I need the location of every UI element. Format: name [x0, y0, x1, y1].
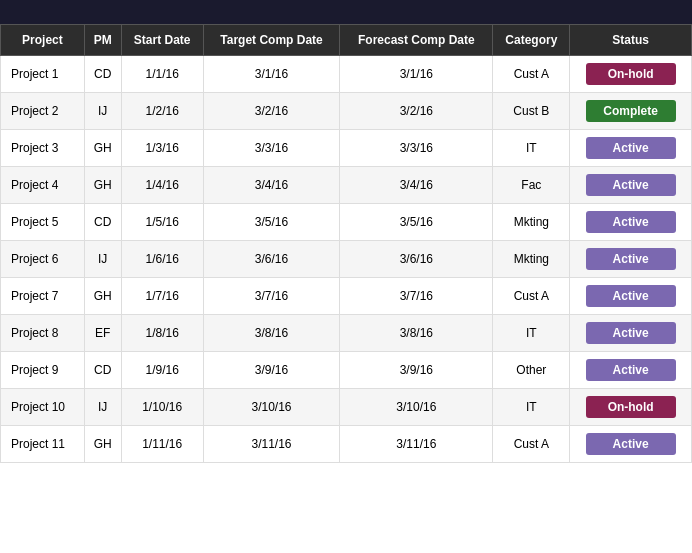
- status-badge: On-hold: [586, 63, 676, 85]
- status-badge: Active: [586, 211, 676, 233]
- cell-status: Active: [570, 130, 692, 167]
- table-row: Project 8EF1/8/163/8/163/8/16ITActive: [1, 315, 692, 352]
- column-header: Category: [493, 25, 570, 56]
- cell-project: Project 2: [1, 93, 85, 130]
- status-badge: Active: [586, 248, 676, 270]
- cell-category: Cust A: [493, 56, 570, 93]
- status-badge: Active: [586, 174, 676, 196]
- cell-pm: GH: [84, 278, 121, 315]
- table-row: Project 5CD1/5/163/5/163/5/16MktingActiv…: [1, 204, 692, 241]
- cell-pm: GH: [84, 167, 121, 204]
- cell-forecast: 3/11/16: [340, 426, 493, 463]
- column-header: Start Date: [121, 25, 203, 56]
- table-row: Project 3GH1/3/163/3/163/3/16ITActive: [1, 130, 692, 167]
- cell-target: 3/6/16: [203, 241, 339, 278]
- cell-project: Project 4: [1, 167, 85, 204]
- cell-target: 3/11/16: [203, 426, 339, 463]
- column-header: PM: [84, 25, 121, 56]
- cell-project: Project 6: [1, 241, 85, 278]
- cell-start: 1/11/16: [121, 426, 203, 463]
- cell-start: 1/7/16: [121, 278, 203, 315]
- cell-pm: GH: [84, 130, 121, 167]
- cell-category: IT: [493, 389, 570, 426]
- column-header: Target Comp Date: [203, 25, 339, 56]
- cell-pm: GH: [84, 426, 121, 463]
- table-row: Project 7GH1/7/163/7/163/7/16Cust AActiv…: [1, 278, 692, 315]
- cell-start: 1/9/16: [121, 352, 203, 389]
- cell-forecast: 3/2/16: [340, 93, 493, 130]
- cell-pm: IJ: [84, 389, 121, 426]
- cell-target: 3/9/16: [203, 352, 339, 389]
- cell-status: Active: [570, 278, 692, 315]
- cell-category: Fac: [493, 167, 570, 204]
- page-title: [0, 0, 692, 24]
- cell-target: 3/10/16: [203, 389, 339, 426]
- cell-pm: EF: [84, 315, 121, 352]
- project-table: ProjectPMStart DateTarget Comp DateForec…: [0, 24, 692, 463]
- cell-pm: CD: [84, 352, 121, 389]
- cell-start: 1/8/16: [121, 315, 203, 352]
- cell-target: 3/4/16: [203, 167, 339, 204]
- cell-forecast: 3/3/16: [340, 130, 493, 167]
- status-badge: Active: [586, 433, 676, 455]
- table-row: Project 11GH1/11/163/11/163/11/16Cust AA…: [1, 426, 692, 463]
- status-badge: Active: [586, 359, 676, 381]
- cell-status: Active: [570, 426, 692, 463]
- cell-category: Cust A: [493, 278, 570, 315]
- table-row: Project 9CD1/9/163/9/163/9/16OtherActive: [1, 352, 692, 389]
- cell-start: 1/2/16: [121, 93, 203, 130]
- cell-pm: CD: [84, 204, 121, 241]
- cell-target: 3/8/16: [203, 315, 339, 352]
- cell-project: Project 1: [1, 56, 85, 93]
- cell-forecast: 3/7/16: [340, 278, 493, 315]
- status-badge: Complete: [586, 100, 676, 122]
- status-badge: On-hold: [586, 396, 676, 418]
- cell-target: 3/7/16: [203, 278, 339, 315]
- cell-target: 3/5/16: [203, 204, 339, 241]
- table-row: Project 2IJ1/2/163/2/163/2/16Cust BCompl…: [1, 93, 692, 130]
- cell-status: Active: [570, 204, 692, 241]
- column-header: Project: [1, 25, 85, 56]
- cell-category: Other: [493, 352, 570, 389]
- table-row: Project 4GH1/4/163/4/163/4/16FacActive: [1, 167, 692, 204]
- cell-forecast: 3/10/16: [340, 389, 493, 426]
- cell-target: 3/3/16: [203, 130, 339, 167]
- cell-project: Project 8: [1, 315, 85, 352]
- cell-forecast: 3/4/16: [340, 167, 493, 204]
- cell-pm: IJ: [84, 93, 121, 130]
- column-header: Forecast Comp Date: [340, 25, 493, 56]
- cell-project: Project 3: [1, 130, 85, 167]
- cell-status: Active: [570, 241, 692, 278]
- status-badge: Active: [586, 285, 676, 307]
- status-badge: Active: [586, 322, 676, 344]
- cell-start: 1/4/16: [121, 167, 203, 204]
- cell-start: 1/5/16: [121, 204, 203, 241]
- cell-target: 3/1/16: [203, 56, 339, 93]
- cell-project: Project 9: [1, 352, 85, 389]
- column-header: Status: [570, 25, 692, 56]
- table-row: Project 6IJ1/6/163/6/163/6/16MktingActiv…: [1, 241, 692, 278]
- cell-status: On-hold: [570, 389, 692, 426]
- cell-project: Project 11: [1, 426, 85, 463]
- cell-status: On-hold: [570, 56, 692, 93]
- cell-start: 1/6/16: [121, 241, 203, 278]
- cell-forecast: 3/9/16: [340, 352, 493, 389]
- cell-status: Active: [570, 315, 692, 352]
- cell-category: Mkting: [493, 204, 570, 241]
- cell-project: Project 5: [1, 204, 85, 241]
- cell-project: Project 10: [1, 389, 85, 426]
- cell-start: 1/10/16: [121, 389, 203, 426]
- cell-pm: CD: [84, 56, 121, 93]
- cell-forecast: 3/5/16: [340, 204, 493, 241]
- cell-pm: IJ: [84, 241, 121, 278]
- cell-start: 1/1/16: [121, 56, 203, 93]
- cell-category: Mkting: [493, 241, 570, 278]
- cell-category: IT: [493, 315, 570, 352]
- table-row: Project 10IJ1/10/163/10/163/10/16ITOn-ho…: [1, 389, 692, 426]
- cell-forecast: 3/1/16: [340, 56, 493, 93]
- cell-forecast: 3/6/16: [340, 241, 493, 278]
- status-badge: Active: [586, 137, 676, 159]
- cell-forecast: 3/8/16: [340, 315, 493, 352]
- cell-category: Cust A: [493, 426, 570, 463]
- table-row: Project 1CD1/1/163/1/163/1/16Cust AOn-ho…: [1, 56, 692, 93]
